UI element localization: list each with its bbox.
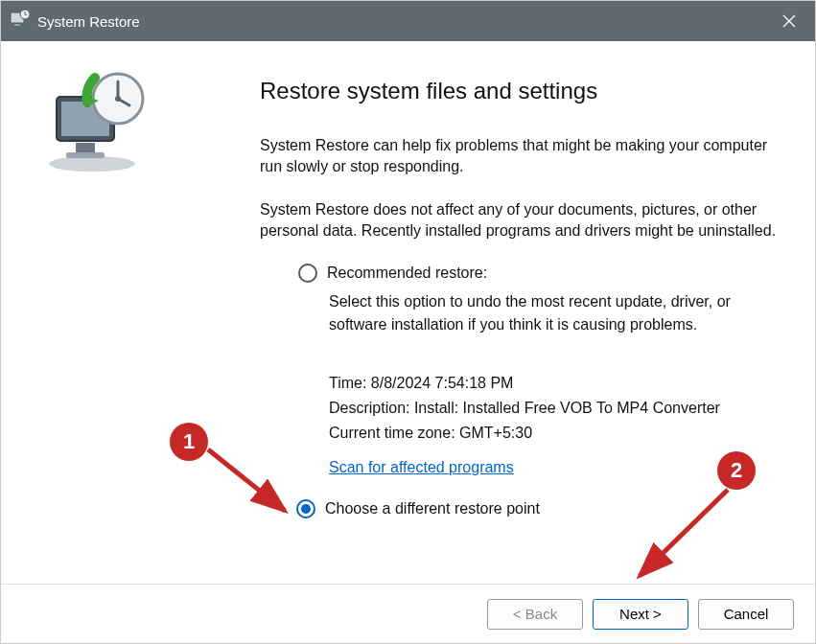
radio-unchecked-icon: [298, 264, 317, 283]
restore-illustration-icon: [39, 162, 154, 178]
close-button[interactable]: [763, 1, 815, 41]
restore-time: Time: 8/8/2024 7:54:18 PM: [329, 375, 777, 392]
radio-recommended-restore[interactable]: Recommended restore:: [298, 264, 777, 283]
radio-recommended-label: Recommended restore:: [327, 264, 487, 282]
svg-line-11: [640, 490, 728, 576]
scan-affected-programs-link[interactable]: Scan for affected programs: [329, 459, 514, 476]
restore-timezone: Current time zone: GMT+5:30: [329, 425, 777, 442]
left-pane: [1, 41, 202, 584]
svg-rect-6: [76, 143, 95, 152]
page-heading: Restore system files and settings: [260, 78, 777, 104]
back-button[interactable]: < Back: [487, 599, 583, 630]
app-icon: [9, 9, 30, 34]
svg-line-10: [208, 449, 285, 511]
radio-choose-label: Choose a different restore point: [325, 500, 540, 518]
restore-description: Description: Install: Installed Free VOB…: [329, 400, 777, 417]
cancel-button[interactable]: Cancel: [698, 599, 794, 630]
titlebar: System Restore: [1, 1, 815, 41]
svg-point-3: [49, 156, 135, 172]
footer: < Back Next > Cancel: [1, 584, 815, 643]
svg-rect-1: [14, 24, 20, 26]
intro-paragraph-1: System Restore can help fix problems tha…: [260, 135, 777, 178]
intro-paragraph-2: System Restore does not affect any of yo…: [260, 199, 777, 242]
annotation-arrow-1: [202, 442, 308, 528]
system-restore-window: System Restore: [0, 0, 816, 644]
next-button[interactable]: Next >: [593, 599, 688, 630]
window-title: System Restore: [37, 13, 140, 30]
annotation-arrow-2: [622, 484, 747, 589]
svg-rect-7: [66, 152, 105, 158]
recommended-description: Select this option to undo the most rece…: [329, 290, 777, 336]
